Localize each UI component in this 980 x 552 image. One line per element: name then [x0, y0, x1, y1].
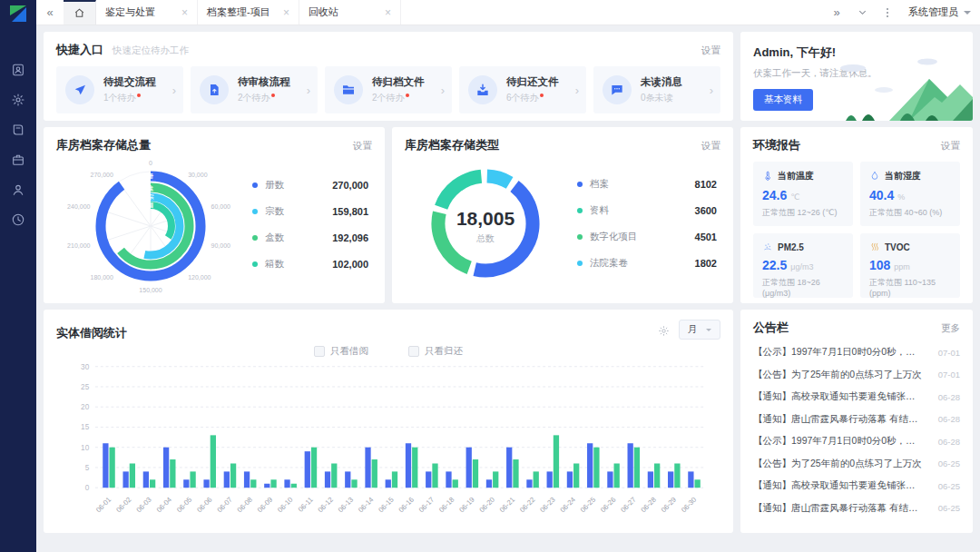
chat-dots-icon	[610, 83, 624, 97]
svg-text:06-16: 06-16	[397, 495, 416, 513]
legend-dot	[577, 208, 583, 213]
svg-text:06-28: 06-28	[640, 495, 658, 513]
pm25-icon	[762, 242, 773, 252]
todo-red-dot	[271, 94, 275, 97]
paper-plane-icon	[73, 83, 87, 97]
announcement-item[interactable]: 【公告】为了25年前的0点练习了上万次07-01	[753, 364, 960, 387]
quick-entry-item-count: 2个待办	[238, 92, 290, 104]
announcements-more-link[interactable]: 更多	[941, 322, 960, 335]
quick-entry-item[interactable]: 待审核流程2个待办›	[191, 66, 318, 113]
borrow-settings-gear-icon[interactable]	[658, 324, 670, 336]
sidebar-item-gear[interactable]	[11, 93, 25, 107]
svg-text:18,005: 18,005	[456, 208, 515, 229]
announcement-item[interactable]: 【公示】1997年7月1日0时0分0秒，铭记这一历史时刻06-28	[753, 430, 960, 453]
sidebar-item-user[interactable]	[11, 182, 25, 197]
file-arrow-icon	[207, 83, 221, 97]
quick-entry-item[interactable]: 待归还文件6个待办›	[459, 66, 586, 113]
user-caret-icon	[964, 11, 971, 18]
announcement-item[interactable]: 【公告】为了25年前的0点练习了上万次06-25	[753, 453, 960, 476]
announcement-item[interactable]: 【通知】唐山雷霆风暴行动落幕 有结果了吗06-25	[753, 498, 960, 520]
svg-text:06-09: 06-09	[256, 495, 274, 513]
box-icon	[11, 153, 25, 167]
announcement-item[interactable]: 【通知】高校录取通知书要避免铺张浪费06-25	[753, 475, 960, 498]
legend-name: 宗数	[265, 205, 284, 218]
sidebar-item-user-badge[interactable]	[11, 63, 25, 77]
svg-text:06-15: 06-15	[377, 495, 395, 513]
sidebar-item-book[interactable]	[11, 123, 25, 137]
book-icon	[11, 123, 25, 137]
quick-entry-item-count: 0条未读	[641, 92, 682, 104]
svg-text:270,000: 270,000	[91, 172, 113, 178]
environment-metric-name: 当前湿度	[885, 170, 921, 182]
app-logo-icon[interactable]	[7, 3, 29, 25]
tab-1[interactable]: 鉴定与处置×	[96, 0, 198, 25]
collapse-sidebar-icon[interactable]: «	[36, 0, 64, 25]
svg-text:06-30: 06-30	[680, 495, 698, 513]
basic-info-button[interactable]: 基本资料	[753, 89, 813, 111]
tab-close-icon[interactable]: ×	[181, 6, 188, 19]
tvoc-icon	[869, 242, 880, 252]
borrow-stats-card: 实体借阅统计 月 只看借阅只看归还 05101520253006-0106-02…	[44, 310, 733, 533]
environment-settings-link[interactable]: 设置	[941, 140, 960, 153]
sidebar-item-box[interactable]	[11, 153, 25, 167]
quick-entry-item[interactable]: 待归档文件2个待办›	[325, 66, 452, 113]
quick-entry-item-title: 待归还文件	[506, 75, 559, 89]
svg-text:180,000: 180,000	[91, 274, 113, 281]
quick-entry-text: 待归还文件6个待办	[506, 75, 559, 104]
user-menu[interactable]: 系统管理员	[908, 5, 971, 19]
svg-text:210,000: 210,000	[67, 242, 90, 249]
legend-dot	[252, 261, 258, 267]
tab-3[interactable]: 回收站×	[299, 0, 401, 25]
period-select[interactable]: 月	[679, 320, 721, 340]
tab-2[interactable]: 档案整理-项目×	[198, 0, 299, 25]
storage-type-title: 库房档案存储类型	[405, 137, 499, 153]
environment-normal-range: 正常范围 40~60 (%)	[869, 207, 951, 219]
environment-tile: 当前湿度40.4%正常范围 40~60 (%)	[860, 162, 960, 226]
announcement-item[interactable]: 【通知】高校录取通知书要避免铺张浪费06-28	[753, 386, 960, 409]
environment-card: 环境报告 设置 当前温度24.6℃正常范围 12~26 (℃)当前湿度40.4%…	[740, 127, 973, 303]
filter-checkbox[interactable]: 只看归还	[408, 345, 463, 358]
tab-close-icon[interactable]: ×	[385, 6, 391, 19]
storage-type-settings-link[interactable]: 设置	[701, 140, 720, 153]
chevron-right-icon: ›	[172, 84, 176, 97]
quick-entry-text: 待审核流程2个待办	[238, 75, 290, 104]
announcement-text: 【公告】为了25年前的0点练习了上万次	[753, 458, 922, 470]
expand-tabs-icon[interactable]: »	[825, 5, 848, 19]
more-actions-icon[interactable]	[876, 8, 899, 17]
svg-text:90,000: 90,000	[211, 242, 231, 249]
home-icon	[74, 7, 85, 19]
quick-entry-text: 待提交流程1个待办	[103, 75, 156, 104]
storage-total-card: 库房档案存储总量 设置 030,00060,00090,000120,00015…	[44, 127, 385, 303]
legend-row: 数字化项目4501	[577, 231, 717, 243]
quick-entry-item-count: 2个待办	[372, 92, 425, 104]
announcement-date: 07-01	[938, 370, 960, 380]
quick-entry-item[interactable]: 未读消息0条未读›	[593, 66, 720, 113]
quick-entry-icon-circle	[334, 75, 363, 104]
storage-type-legend: 档案8102资料3600数字化项目4501法院案卷1802	[554, 178, 720, 270]
announcement-date: 06-28	[938, 414, 960, 424]
legend-row: 册数270,000	[252, 179, 368, 192]
storage-total-settings-link[interactable]: 设置	[353, 140, 372, 153]
announcement-item[interactable]: 【通知】唐山雷霆风暴行动落幕 有结果了吗06-28	[753, 409, 960, 431]
svg-text:06-12: 06-12	[317, 495, 335, 513]
tab-label: 鉴定与处置	[105, 5, 155, 19]
quick-entry-settings-link[interactable]: 设置	[701, 44, 720, 57]
svg-text:06-04: 06-04	[155, 495, 174, 514]
filter-checkbox[interactable]: 只看借阅	[314, 345, 368, 358]
svg-text:06-29: 06-29	[660, 495, 678, 513]
svg-text:06-18: 06-18	[437, 495, 456, 513]
svg-text:25: 25	[81, 382, 90, 390]
tab-close-icon[interactable]: ×	[283, 6, 289, 19]
legend-row: 档案8102	[577, 178, 717, 191]
tab-home[interactable]	[64, 0, 96, 25]
quick-entry-item[interactable]: 待提交流程1个待办›	[56, 66, 183, 113]
tab-list-chevron-icon[interactable]	[850, 7, 874, 17]
chevron-right-icon: ›	[575, 84, 579, 97]
sidebar-item-clock[interactable]	[11, 212, 25, 227]
announcement-item[interactable]: 【公示】1997年7月1日0时0分0秒，铭记这一历史时刻07-01	[753, 341, 960, 364]
svg-text:5: 5	[85, 463, 90, 471]
legend-name: 资料	[590, 204, 609, 217]
svg-text:06-19: 06-19	[457, 495, 475, 513]
svg-text:06-10: 06-10	[276, 495, 294, 513]
svg-text:20: 20	[81, 403, 90, 411]
